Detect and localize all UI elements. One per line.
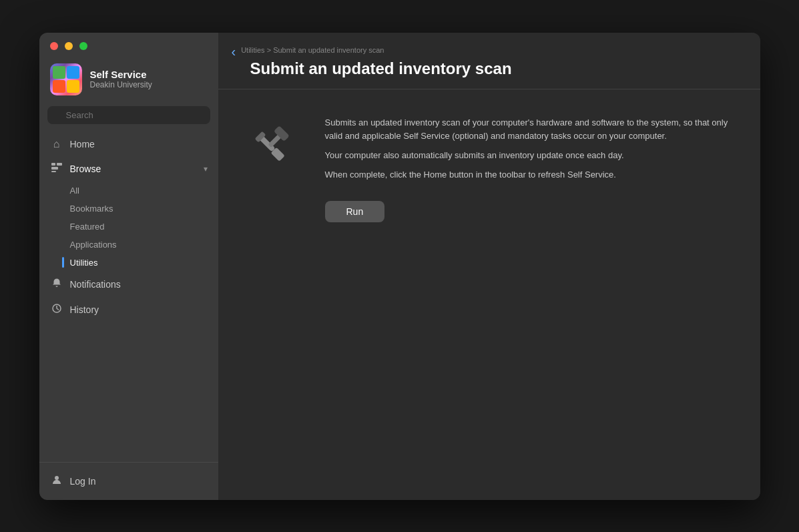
description-area: Submits an updated inventory scan of you… xyxy=(325,116,734,222)
home-icon: ⌂ xyxy=(50,138,63,150)
close-button[interactable] xyxy=(50,42,58,50)
clock-icon xyxy=(50,303,63,316)
app-window: Self Service Deakin University ⌕ ⌂ Home xyxy=(39,33,760,500)
sidebar: Self Service Deakin University ⌕ ⌂ Home xyxy=(39,33,218,500)
bell-icon xyxy=(50,278,63,291)
browse-submenu: All Bookmarks Featured Applications Util… xyxy=(39,182,218,272)
applications-label: Applications xyxy=(70,240,117,250)
person-icon xyxy=(50,475,63,488)
utilities-label: Utilities xyxy=(70,258,98,268)
app-icon xyxy=(50,63,82,95)
search-input[interactable] xyxy=(47,106,210,124)
history-label: History xyxy=(70,304,99,315)
sidebar-bottom: Log In xyxy=(39,462,218,500)
description-3: When complete, click the Home button in … xyxy=(325,168,734,182)
sidebar-item-applications[interactable]: Applications xyxy=(39,236,218,254)
content-header: ‹ Utilities > Submit an updated inventor… xyxy=(218,33,760,89)
sidebar-item-all[interactable]: All xyxy=(39,182,218,200)
titlebar xyxy=(39,33,218,57)
chevron-down-icon: ▾ xyxy=(204,164,208,174)
browse-label: Browse xyxy=(70,164,101,174)
content-body: Submits an updated inventory scan of you… xyxy=(218,89,760,500)
home-label: Home xyxy=(70,139,95,150)
all-label: All xyxy=(70,186,79,196)
svg-rect-2 xyxy=(51,167,58,170)
sidebar-item-utilities[interactable]: Utilities xyxy=(39,254,218,272)
search-container: ⌕ xyxy=(39,106,218,132)
svg-point-5 xyxy=(55,476,59,480)
description-1: Submits an updated inventory scan of you… xyxy=(325,116,734,144)
svg-rect-1 xyxy=(57,163,62,166)
minimize-button[interactable] xyxy=(65,42,73,50)
svg-rect-3 xyxy=(51,171,56,172)
login-label: Log In xyxy=(70,476,96,487)
app-info: Self Service Deakin University xyxy=(39,57,218,106)
description-2: Your computer also automatically submits… xyxy=(325,149,734,163)
app-org: Deakin University xyxy=(90,80,152,89)
svg-rect-0 xyxy=(51,163,55,166)
login-item[interactable]: Log In xyxy=(50,471,208,492)
sidebar-item-featured[interactable]: Featured xyxy=(39,218,218,236)
tool-icon xyxy=(245,121,298,175)
main-content: ‹ Utilities > Submit an updated inventor… xyxy=(218,33,760,500)
app-name: Self Service xyxy=(90,69,152,80)
sidebar-item-browse[interactable]: Browse ▾ xyxy=(39,156,218,182)
back-button[interactable]: ‹ xyxy=(232,45,236,58)
sidebar-item-history[interactable]: History xyxy=(39,297,218,322)
sidebar-item-bookmarks[interactable]: Bookmarks xyxy=(39,200,218,218)
maximize-button[interactable] xyxy=(79,42,87,50)
sidebar-item-home[interactable]: ⌂ Home xyxy=(39,132,218,156)
browse-icon xyxy=(50,162,63,176)
sidebar-item-notifications[interactable]: Notifications xyxy=(39,272,218,297)
run-button[interactable]: Run xyxy=(325,201,385,222)
bookmarks-label: Bookmarks xyxy=(70,204,113,214)
page-title: Submit an updated inventory scan xyxy=(250,59,512,78)
notifications-label: Notifications xyxy=(70,279,121,290)
breadcrumb: Utilities > Submit an updated inventory … xyxy=(241,46,384,54)
nav-section: ⌂ Home Browse ▾ All xyxy=(39,132,218,462)
featured-label: Featured xyxy=(70,222,105,232)
